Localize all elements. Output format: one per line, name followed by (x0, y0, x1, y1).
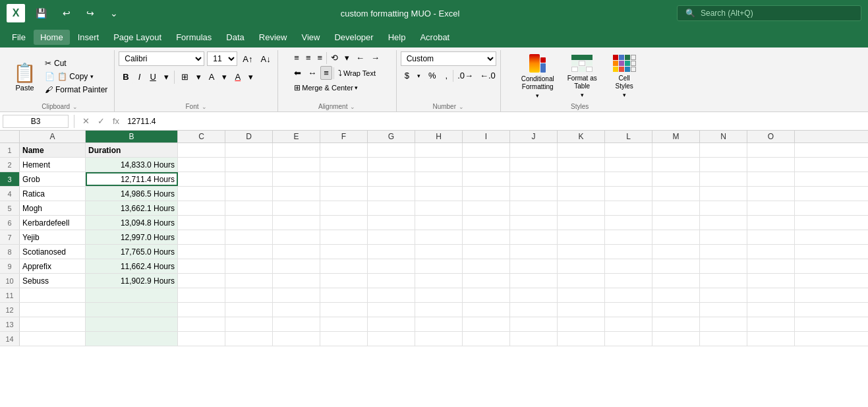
increase-font-btn[interactable]: A↑ (240, 53, 255, 65)
cell-f5[interactable] (320, 201, 368, 215)
cell-f6[interactable] (320, 216, 368, 230)
cell-j3[interactable] (510, 172, 558, 186)
font-color-button[interactable]: A (231, 70, 245, 84)
cell-f7[interactable] (320, 230, 368, 244)
menu-developer[interactable]: Developer (328, 30, 380, 45)
cell-d6[interactable] (225, 216, 273, 230)
cell-m13[interactable] (652, 317, 700, 331)
cell-g6[interactable] (368, 216, 415, 230)
cell-c5[interactable] (178, 201, 225, 215)
undo-button[interactable]: ↩ (57, 5, 76, 21)
cell-k5[interactable] (558, 201, 605, 215)
cell-n7[interactable] (700, 230, 747, 244)
cell-o10[interactable] (747, 274, 795, 288)
cell-f4[interactable] (320, 187, 368, 201)
cell-d2[interactable] (225, 158, 273, 172)
cell-k13[interactable] (558, 317, 605, 331)
cell-i8[interactable] (463, 245, 510, 259)
menu-data[interactable]: Data (219, 30, 250, 45)
cell-m5[interactable] (652, 201, 700, 215)
cell-c6[interactable] (178, 216, 225, 230)
cell-g10[interactable] (368, 274, 415, 288)
save-button[interactable]: 💾 (30, 5, 52, 21)
cell-a4[interactable]: Ratica (20, 187, 86, 201)
cell-j12[interactable] (510, 303, 558, 317)
search-bar[interactable]: 🔍 (677, 5, 861, 21)
cell-h7[interactable] (415, 230, 463, 244)
menu-review[interactable]: Review (252, 30, 294, 45)
cell-o5[interactable] (747, 201, 795, 215)
menu-formulas[interactable]: Formulas (169, 30, 218, 45)
menu-page-layout[interactable]: Page Layout (107, 30, 168, 45)
cell-o2[interactable] (747, 158, 795, 172)
cell-f13[interactable] (320, 317, 368, 331)
cell-c8[interactable] (178, 245, 225, 259)
cell-l12[interactable] (605, 303, 652, 317)
bold-button[interactable]: B (119, 70, 132, 84)
cell-i2[interactable] (463, 158, 510, 172)
cell-g2[interactable] (368, 158, 415, 172)
fill-dropdown[interactable]: ▾ (219, 71, 229, 83)
cell-j9[interactable] (510, 259, 558, 273)
cell-b9[interactable]: 11,662.4 Hours (86, 259, 178, 273)
col-header-d[interactable]: D (225, 131, 273, 142)
align-top-left-btn[interactable]: ≡ (291, 51, 302, 64)
cell-d1[interactable] (225, 143, 273, 157)
fill-color-button[interactable]: A (205, 70, 219, 84)
cell-a13[interactable] (20, 317, 86, 331)
cell-b10[interactable]: 11,902.9 Hours (86, 274, 178, 288)
menu-acrobat[interactable]: Acrobat (413, 30, 456, 45)
cell-f11[interactable] (320, 288, 368, 302)
cell-d5[interactable] (225, 201, 273, 215)
col-header-k[interactable]: K (558, 131, 605, 142)
search-input[interactable] (701, 9, 846, 18)
cell-n9[interactable] (700, 259, 747, 273)
cell-o8[interactable] (747, 245, 795, 259)
cell-i3[interactable] (463, 172, 510, 186)
percent-button[interactable]: % (424, 69, 440, 82)
copy-button[interactable]: 📄 📋 Copy ▾ (42, 71, 110, 82)
cell-m3[interactable] (652, 172, 700, 186)
col-header-i[interactable]: I (463, 131, 510, 142)
cell-l14[interactable] (605, 332, 652, 346)
cell-k4[interactable] (558, 187, 605, 201)
increase-decimal-btn[interactable]: .0→ (455, 69, 476, 82)
cell-n1[interactable] (700, 143, 747, 157)
cell-a6[interactable]: Kerbardefeell (20, 216, 86, 230)
cell-e13[interactable] (273, 317, 320, 331)
merge-center-button[interactable]: ⊞ Merge & Center ▾ (291, 82, 361, 94)
cell-l6[interactable] (605, 216, 652, 230)
col-header-b[interactable]: B (86, 131, 178, 142)
cell-h1[interactable] (415, 143, 463, 157)
cell-g11[interactable] (368, 288, 415, 302)
italic-button[interactable]: I (134, 70, 145, 84)
underline-dropdown[interactable]: ▾ (161, 71, 171, 83)
cell-e3[interactable] (273, 172, 320, 186)
cell-g13[interactable] (368, 317, 415, 331)
cell-b3[interactable]: 12,711.4 Hours (86, 172, 178, 186)
cut-button[interactable]: ✂ Cut (42, 57, 110, 69)
cell-h12[interactable] (415, 303, 463, 317)
cell-a10[interactable]: Sebuss (20, 274, 86, 288)
cell-f3[interactable] (320, 172, 368, 186)
cell-j6[interactable] (510, 216, 558, 230)
font-color-dropdown[interactable]: ▾ (246, 71, 256, 83)
redo-button[interactable]: ↪ (81, 5, 100, 21)
cell-m8[interactable] (652, 245, 700, 259)
cell-j4[interactable] (510, 187, 558, 201)
cell-l1[interactable] (605, 143, 652, 157)
cell-d9[interactable] (225, 259, 273, 273)
cell-i6[interactable] (463, 216, 510, 230)
cell-o9[interactable] (747, 259, 795, 273)
cancel-formula-button[interactable]: ✕ (80, 115, 92, 127)
cell-o14[interactable] (747, 332, 795, 346)
cell-f8[interactable] (320, 245, 368, 259)
cell-l13[interactable] (605, 317, 652, 331)
cell-a2[interactable]: Hement (20, 158, 86, 172)
cell-b1[interactable]: Duration (86, 143, 178, 157)
cell-e1[interactable] (273, 143, 320, 157)
cell-d12[interactable] (225, 303, 273, 317)
cell-n13[interactable] (700, 317, 747, 331)
font-family-select[interactable]: Calibri (119, 51, 204, 66)
cell-m9[interactable] (652, 259, 700, 273)
